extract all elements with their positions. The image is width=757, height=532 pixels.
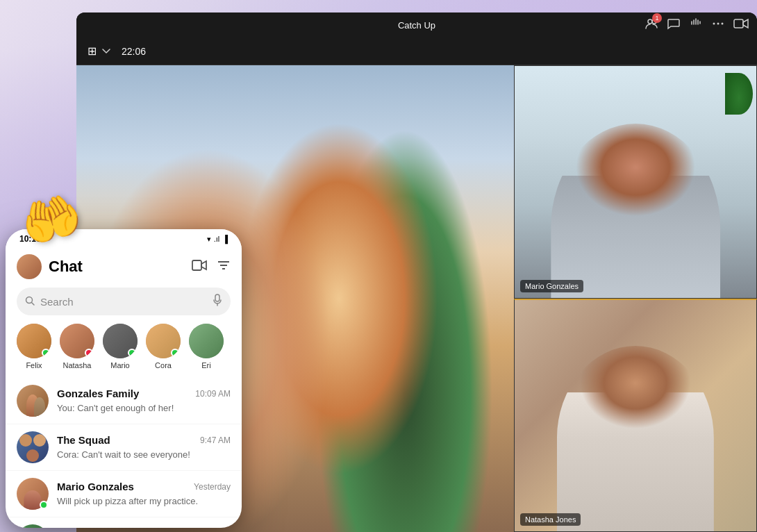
natasha-status-dot [85, 349, 93, 357]
video-button[interactable] [733, 18, 749, 32]
natasha-name-label: Natasha Jones [520, 513, 581, 526]
signal-icon: .ıl [214, 235, 220, 243]
natasha-avatar [60, 324, 94, 358]
felix-avatar [17, 324, 51, 358]
search-bar[interactable]: Search [17, 288, 231, 315]
squad-time: 9:47 AM [200, 435, 231, 445]
gonzales-time: 10:09 AM [195, 389, 231, 399]
mario-chat-name: Mario Gonzales [57, 481, 134, 492]
mario-preview: Will pick up pizza after my practice. [57, 496, 198, 506]
eri-avatar [189, 324, 224, 358]
raise-hand-button[interactable] [689, 17, 703, 33]
svg-point-2 [713, 23, 715, 25]
cora-avatar [146, 324, 181, 358]
svg-point-3 [717, 23, 719, 25]
cora-status-dot [171, 349, 179, 357]
chat-list: Gonzales Family 10:09 AM You: Can't get … [6, 378, 242, 528]
phone-status-icons: ▾ .ıl ▐ [207, 235, 228, 244]
eri-name: Eri [201, 361, 210, 369]
chat-button[interactable] [667, 17, 681, 33]
more-options-button[interactable] [711, 17, 725, 33]
chevron-down-icon[interactable] [102, 49, 110, 54]
mario-story-name: Mario [110, 361, 130, 369]
natasha-name: Natasha [63, 361, 92, 369]
search-icon [25, 296, 35, 308]
mobile-phone: 10:10 ▾ .ıl ▐ Chat [6, 229, 242, 528]
video-grid: Mario Gonzales Natasha Jones [514, 65, 757, 532]
squad-avatar [17, 431, 49, 463]
header-action-icons [192, 259, 231, 275]
felix-status-dot [42, 349, 50, 357]
stories-row: Felix Natasha Mario Cora [6, 321, 242, 378]
gonzales-name: Gonzales Family [57, 388, 139, 399]
phone-header: Chat [6, 249, 242, 285]
mario-chat-time: Yesterday [194, 482, 231, 492]
battery-icon: ▐ [222, 235, 228, 243]
plant-decoration [725, 73, 753, 115]
svg-line-11 [32, 302, 35, 305]
svg-rect-5 [734, 19, 743, 28]
squad-name: The Squad [57, 434, 110, 446]
microphone-icon[interactable] [213, 294, 222, 309]
mario-online-dot [40, 501, 48, 509]
story-eri[interactable]: Eri [189, 324, 224, 369]
gonzales-content: Gonzales Family 10:09 AM You: Can't get … [57, 388, 231, 414]
gonzales-top-row: Gonzales Family 10:09 AM [57, 388, 231, 399]
mario-status-dot [128, 349, 136, 357]
search-placeholder: Search [40, 296, 207, 308]
participants-button[interactable]: 1 [644, 17, 658, 33]
mario-top-row: Mario Gonzales Yesterday [57, 481, 231, 492]
squad-top-row: The Squad 9:47 AM [57, 434, 231, 446]
svg-rect-12 [215, 294, 219, 301]
title-bar: Catch Up 1 [76, 13, 757, 38]
user-avatar [17, 254, 42, 279]
cora-name: Cora [155, 361, 172, 369]
svg-point-0 [648, 19, 652, 24]
toolbar: ⊞ 22:06 [76, 38, 757, 65]
svg-point-4 [722, 23, 724, 25]
window-title: Catch Up [398, 20, 435, 31]
meeting-time: 22:06 [122, 46, 146, 57]
story-felix[interactable]: Felix [17, 324, 51, 369]
story-natasha[interactable]: Natasha [60, 324, 94, 369]
chat-item-mario[interactable]: Mario Gonzales Yesterday Will pick up pi… [6, 471, 242, 517]
woman-person [557, 346, 714, 531]
chat-item-gt[interactable]: GT Green Tree House PTA Yesterday [6, 517, 242, 528]
svg-rect-6 [192, 260, 201, 270]
video-cell-mario: Mario Gonzales [514, 65, 757, 299]
video-call-icon[interactable] [192, 259, 207, 275]
chat-screen-title[interactable]: Chat [49, 258, 185, 276]
mario-chat-avatar [17, 478, 49, 510]
gonzales-preview: You: Can't get enough of her! [57, 403, 174, 413]
gonzales-avatar [17, 385, 49, 417]
felix-name: Felix [26, 361, 42, 369]
story-cora[interactable]: Cora [146, 324, 181, 369]
mario-content: Mario Gonzales Yesterday Will pick up pi… [57, 481, 231, 507]
chat-item-squad[interactable]: The Squad 9:47 AM Cora: Can't wait to se… [6, 424, 242, 471]
squad-content: The Squad 9:47 AM Cora: Can't wait to se… [57, 434, 231, 460]
gt-avatar-initials: GT [17, 524, 49, 528]
mario-story-avatar [103, 324, 138, 358]
participant-badge: 1 [652, 13, 662, 23]
wifi-icon: ▾ [207, 235, 211, 244]
gt-avatar: GT [17, 524, 49, 528]
squad-preview: Cora: Can't wait to see everyone! [57, 449, 190, 460]
video-cell-natasha: Natasha Jones [514, 299, 757, 533]
mario-name-label: Mario Gonzales [520, 280, 583, 292]
grid-icon[interactable]: ⊞ [88, 44, 97, 58]
title-bar-controls: 1 [644, 17, 749, 33]
story-mario[interactable]: Mario [103, 324, 138, 369]
filter-icon[interactable] [217, 259, 231, 275]
chat-item-gonzales[interactable]: Gonzales Family 10:09 AM You: Can't get … [6, 378, 242, 424]
